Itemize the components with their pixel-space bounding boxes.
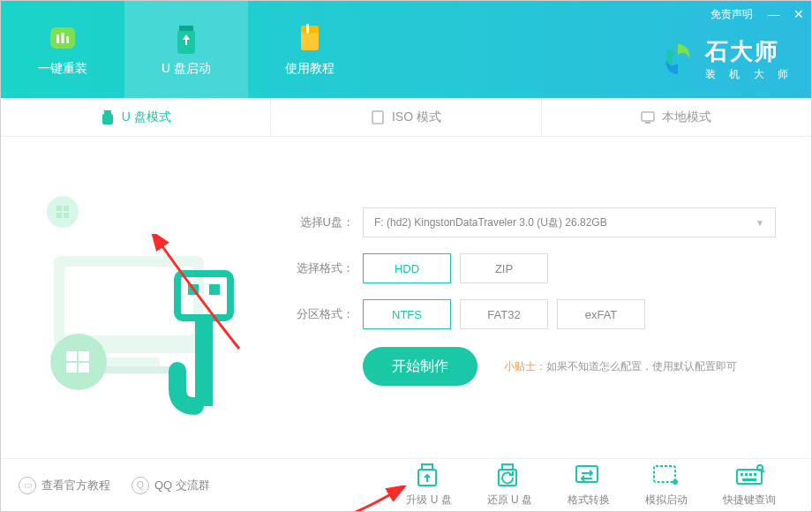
convert-icon [573, 463, 605, 489]
footer: ▭ 查看官方教程 Q QQ 交流群 升级 U 盘 还原 U 盘 格式转换 模拟启… [1, 458, 811, 511]
svg-rect-2 [62, 33, 64, 43]
brand: 石大师 装 机 大 师 [659, 36, 793, 82]
svg-rect-41 [754, 473, 756, 476]
partition-options: NTFS FAT32 exFAT [363, 299, 645, 329]
format-label: 选择格式： [283, 260, 354, 276]
tip-label: 小贴士： [504, 360, 546, 373]
brand-title: 石大师 [705, 36, 793, 67]
footer-action-upgrade[interactable]: 升级 U 盘 [406, 463, 451, 508]
upgrade-usb-icon [413, 463, 445, 489]
disk-label: 选择U盘： [283, 215, 354, 230]
footer-action-restore[interactable]: 还原 U 盘 [487, 463, 532, 508]
tutorial-icon [294, 22, 326, 54]
minimize-button[interactable]: — [762, 2, 786, 26]
nav-tab-usb-boot[interactable]: U 盘启动 [124, 1, 248, 98]
iso-mode-icon [371, 110, 385, 124]
svg-rect-11 [645, 122, 650, 124]
svg-rect-15 [56, 213, 62, 218]
usb-boot-icon [170, 22, 202, 54]
footer-action-convert[interactable]: 格式转换 [568, 463, 610, 508]
nav-tab-label: 一键重装 [38, 61, 87, 77]
mode-tab-label: ISO 模式 [392, 109, 441, 125]
tip-text: 小贴士：如果不知道怎么配置，使用默认配置即可 [504, 359, 737, 374]
svg-rect-29 [195, 318, 213, 406]
reinstall-icon [47, 22, 79, 54]
mode-tab-iso[interactable]: ISO 模式 [271, 98, 541, 136]
nav-tab-label: U 盘启动 [162, 61, 211, 77]
partition-option-exfat[interactable]: exFAT [557, 299, 645, 329]
nav-tab-reinstall[interactable]: 一键重装 [1, 1, 124, 98]
footer-action-simulate[interactable]: 模拟启动 [645, 463, 688, 508]
footer-actions: 升级 U 盘 还原 U 盘 格式转换 模拟启动 快捷键查询 [406, 463, 776, 508]
usb-mode-icon [101, 110, 115, 124]
svg-rect-42 [742, 478, 756, 481]
footer-action-label: 还原 U 盘 [487, 493, 532, 508]
app-header: 一键重装 U 盘启动 使用教程 免责声明 — ✕ 石大师 装 机 大 师 [1, 1, 811, 98]
mode-tab-local[interactable]: 本地模式 [542, 98, 811, 136]
nav-tab-label: 使用教程 [285, 61, 335, 77]
svg-rect-25 [79, 363, 89, 373]
svg-rect-22 [66, 351, 77, 361]
svg-rect-14 [64, 206, 69, 211]
start-button[interactable]: 开始制作 [363, 347, 477, 386]
simulate-icon [650, 463, 682, 489]
nav-tab-tutorial[interactable]: 使用教程 [248, 1, 372, 98]
svg-rect-28 [209, 284, 220, 295]
brand-logo-icon [659, 41, 696, 78]
mode-tab-label: U 盘模式 [122, 109, 171, 125]
restore-usb-icon [493, 463, 525, 489]
footer-link-label: 查看官方教程 [41, 478, 110, 493]
svg-rect-40 [749, 473, 752, 476]
keyboard-icon [733, 463, 765, 489]
svg-rect-10 [642, 112, 654, 121]
tip-body: 如果不知道怎么配置，使用默认配置即可 [546, 360, 737, 373]
brand-subtitle: 装 机 大 师 [705, 67, 793, 82]
nav-tabs: 一键重装 U 盘启动 使用教程 [1, 1, 372, 98]
book-icon: ▭ [19, 477, 36, 494]
mode-tabs: U 盘模式 ISO 模式 本地模式 [1, 98, 811, 137]
svg-rect-23 [79, 351, 89, 361]
svg-point-12 [47, 196, 79, 228]
disk-select[interactable]: F: (hd2) KingstonDataTraveler 3.0 (U盘) 2… [363, 207, 776, 237]
footer-action-label: 升级 U 盘 [406, 493, 451, 508]
main-panel: 选择U盘： F: (hd2) KingstonDataTraveler 3.0 … [1, 137, 811, 460]
partition-option-ntfs[interactable]: NTFS [363, 299, 451, 329]
svg-rect-5 [301, 26, 319, 33]
close-button[interactable]: ✕ [786, 2, 811, 26]
footer-action-label: 格式转换 [568, 493, 610, 508]
footer-links: ▭ 查看官方教程 Q QQ 交流群 [19, 477, 210, 494]
svg-rect-39 [745, 473, 748, 476]
svg-rect-16 [64, 213, 69, 218]
svg-rect-38 [741, 473, 743, 476]
svg-point-21 [50, 334, 107, 390]
footer-action-hotkeys[interactable]: 快捷键查询 [723, 463, 776, 508]
svg-rect-9 [372, 111, 383, 124]
footer-action-label: 快捷键查询 [723, 493, 776, 508]
format-option-hdd[interactable]: HDD [363, 253, 451, 283]
svg-rect-8 [102, 114, 113, 124]
footer-link-label: QQ 交流群 [154, 478, 210, 493]
svg-rect-27 [188, 284, 199, 295]
mode-tab-usb[interactable]: U 盘模式 [1, 98, 271, 136]
svg-rect-35 [654, 466, 675, 482]
qq-icon: Q [132, 477, 149, 494]
footer-link-qq[interactable]: Q QQ 交流群 [132, 477, 210, 494]
format-option-zip[interactable]: ZIP [460, 253, 548, 283]
form-area: 选择U盘： F: (hd2) KingstonDataTraveler 3.0 … [283, 172, 776, 386]
window-controls: 免责声明 — ✕ [702, 1, 811, 27]
svg-rect-13 [56, 206, 62, 211]
local-mode-icon [641, 110, 655, 124]
usb-illustration [27, 185, 257, 415]
footer-action-label: 模拟启动 [645, 493, 688, 508]
svg-rect-3 [66, 36, 69, 43]
mode-tab-label: 本地模式 [662, 109, 711, 125]
disclaimer-link[interactable]: 免责声明 [702, 7, 762, 22]
format-options: HDD ZIP [363, 253, 548, 283]
svg-rect-7 [104, 110, 111, 114]
partition-label: 分区格式： [283, 306, 354, 322]
partition-option-fat32[interactable]: FAT32 [460, 299, 548, 329]
svg-rect-19 [98, 358, 160, 366]
svg-rect-6 [306, 24, 309, 33]
svg-rect-24 [66, 363, 77, 373]
footer-link-tutorial[interactable]: ▭ 查看官方教程 [19, 477, 110, 494]
